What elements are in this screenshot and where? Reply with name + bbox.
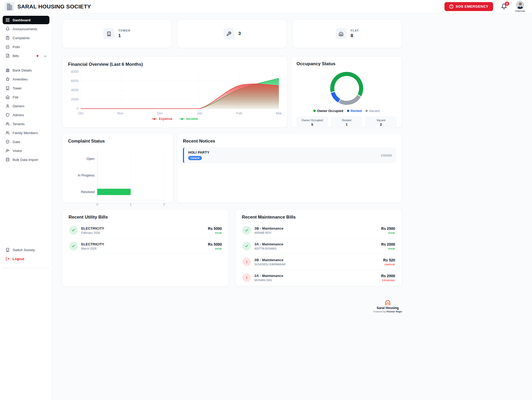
sidebar-item-tower[interactable]: Tower [3, 84, 49, 92]
bill-name: 2A - Maintenance [254, 274, 283, 278]
sidebar-item-family-members[interactable]: Family Members [3, 129, 49, 137]
sidebar-item-label: Bills [13, 54, 19, 58]
sidebar-item-polls[interactable]: Polls [3, 43, 49, 51]
notice-item[interactable]: HOLI PARTY General 1/3/2026 [183, 148, 396, 163]
bank-icon [6, 68, 10, 72]
users-icon [6, 122, 10, 126]
alert-circle-icon: ! [242, 257, 251, 266]
recent-notices-title: Recent Notices [183, 139, 396, 144]
user-icon [6, 104, 10, 108]
occupancy-donut-chart [296, 70, 397, 107]
sidebar-item-label: Announcements [13, 27, 37, 31]
bill-name: ELECTRICITY [81, 226, 104, 230]
sidebar-item-bills[interactable]: Bills [3, 52, 49, 60]
sidebar-item-visitor[interactable]: Visitor [3, 146, 49, 155]
legend-item-expense[interactable]: Expense [152, 117, 172, 121]
sidebar-item-label: Bank Details [13, 68, 32, 72]
alert-circle-icon: ! [242, 273, 251, 282]
stat-value: 3 [238, 31, 241, 36]
wrench-icon: MAINTENANCE DUE [223, 28, 234, 39]
home-icon [6, 95, 10, 99]
occupancy-legend: Owner OccupiedRentedVacant [296, 109, 397, 113]
notice-tag: General [188, 156, 202, 160]
bill-name: 3B - Maintenance [254, 226, 283, 230]
bill-amount: Rs 5000 [208, 226, 222, 231]
alert-circle-icon: ! [449, 4, 453, 9]
footer-brand-name: Saral Housing [377, 306, 399, 310]
svg-text:2: 2 [163, 202, 165, 206]
svg-text:0: 0 [77, 107, 79, 110]
financial-overview-card: Financial Overview (Last 6 Months) 0 200… [62, 56, 288, 128]
svg-text:Feb: Feb [236, 111, 242, 115]
legend-item-income[interactable]: Income [179, 117, 198, 121]
app-title: SARAL HOUSING SOCIETY [17, 3, 91, 10]
bill-subtitle: SUVENDU KARMAKAR [254, 263, 286, 266]
svg-text:Jan: Jan [197, 111, 202, 115]
bill-name: ELECTRICITY [81, 242, 104, 246]
sidebar-item-label: Amenities [13, 77, 28, 81]
main-content: TOWER 1MAINTENANCE DUE 3 FLAT 8 Financia… [52, 13, 532, 400]
sidebar-item-bank-details[interactable]: Bank Details [3, 66, 49, 74]
society-logo [5, 2, 14, 11]
sidebar-item-switch-society[interactable]: Switch Society [3, 246, 49, 254]
legend-marker [179, 119, 185, 119]
occupancy-legend-owner-occupied[interactable]: Owner Occupied [313, 109, 343, 113]
sidebar-item-label: Dashboard [13, 18, 30, 22]
maintenance-bills-list: 3B - Maintenance ARNAB ROY Rs 2500 PAID … [242, 222, 396, 286]
check-circle-icon [242, 242, 251, 250]
logout-icon [6, 257, 10, 261]
sidebar-item-dashboard[interactable]: Dashboard [3, 16, 49, 24]
sidebar-item-label: Flat [13, 95, 18, 99]
sidebar-item-admins[interactable]: Admins [3, 111, 49, 119]
sidebar-item-logout[interactable]: Logout [3, 255, 49, 263]
svg-text:0: 0 [96, 202, 98, 206]
footer-powered-by: Powered by Pioneer Regis [373, 310, 402, 313]
bill-amount: Rs 520 [383, 258, 395, 262]
sidebar-item-bulk-data-import[interactable]: Bulk Data Import [3, 155, 49, 164]
occupancy-legend-rented[interactable]: Rented [347, 109, 362, 113]
sidebar-item-complaints[interactable]: Complaints [3, 34, 49, 42]
building-icon [6, 86, 10, 90]
sidebar-item-label: Family Members [13, 131, 38, 135]
saral-housing-logo [384, 299, 391, 306]
recent-utility-bills-title: Recent Utility Bills [69, 215, 222, 220]
sos-emergency-button[interactable]: ! SOS EMERGENCY [444, 2, 493, 11]
bill-subtitle: March 2026 [81, 247, 104, 250]
bill-amount: Rs 2000 [381, 242, 395, 246]
stat-card-flat: FLAT 8 [293, 19, 402, 48]
user-menu[interactable]: Chairman [515, 1, 525, 12]
sidebar-item-flat[interactable]: Flat [3, 93, 49, 101]
recent-utility-bills-card: Recent Utility Bills ELECTRICITY Februar… [62, 209, 229, 287]
notification-badge: 8 [505, 2, 509, 6]
bill-row: ! 2B - Maintenance SUVENDU KARMAKAR Rs 5… [242, 254, 396, 270]
sos-label: SOS EMERGENCY [456, 4, 488, 8]
page-footer: Saral Housing Powered by Pioneer Regis [62, 299, 402, 313]
user-role-label: Chairman [515, 10, 525, 12]
sidebar-nav: DashboardAnnouncementsComplaintsPollsBil… [3, 16, 49, 164]
stat-label: TOWER [118, 29, 130, 32]
financial-overview-chart: 0 2000 4000 6000 8000 Oct Nov Dec Jan Fe… [68, 70, 282, 117]
sidebar-item-gate[interactable]: Gate [3, 138, 49, 146]
bill-subtitle: February 2026 [81, 231, 104, 234]
svg-text:4000: 4000 [71, 88, 79, 92]
sidebar-item-tenants[interactable]: Tenants [3, 120, 49, 128]
sidebar-item-announcements[interactable]: Announcements [3, 25, 49, 33]
legend-dot [347, 110, 349, 112]
complaint-status-chart: 0 1 2OpenIn ProgressResolved [68, 146, 167, 207]
occupancy-stat-vacant: Vacant 2 [365, 117, 397, 129]
notices-list: HOLI PARTY General 1/3/2026 [183, 148, 396, 163]
bell-icon [6, 27, 10, 31]
stat-label: FLAT [351, 29, 359, 32]
stat-value: 8 [351, 33, 359, 38]
svg-text:In Progress: In Progress [78, 174, 95, 177]
bill-row: 3A - Maintenance ADITYA BISWAS Rs 2000 P… [242, 238, 396, 254]
bill-status: UNPAID [383, 263, 395, 266]
notifications-button[interactable]: 8 [501, 3, 507, 9]
occupancy-legend-vacant[interactable]: Vacant [365, 109, 380, 113]
sidebar-item-owners[interactable]: Owners [3, 102, 49, 110]
sidebar-item-amenities[interactable]: Amenities [3, 75, 49, 83]
star-icon [6, 77, 10, 81]
avatar[interactable] [516, 1, 524, 9]
check-circle-icon [69, 226, 78, 235]
recent-notices-card: Recent Notices HOLI PARTY General 1/3/20… [177, 133, 402, 203]
